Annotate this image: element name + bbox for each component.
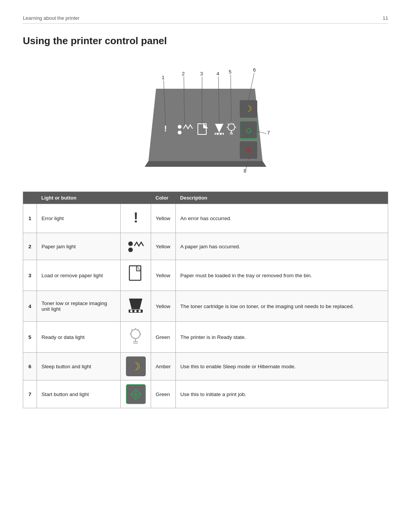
table-row-description: The toner cartridge is low on toner, or … [175,291,388,322]
table-row-color: Yellow [151,291,176,322]
svg-point-52 [134,310,137,312]
header-bar: Learning about the printer 11 [23,15,388,24]
table-row-name: Paper jam light [37,233,121,260]
table-row-name: Error light [37,204,121,233]
page-title: Using the printer control panel [23,35,388,47]
table-row-icon [121,322,151,353]
svg-text:7: 7 [267,130,270,136]
col-header-name: Light or button [37,192,121,204]
svg-text:5: 5 [229,69,231,75]
table-row-description: An error has occurred. [175,204,388,233]
page-number: 11 [383,15,388,21]
table-row-num: 4 [23,291,37,322]
svg-point-51 [130,310,132,312]
svg-text:✕: ✕ [245,145,252,155]
table-row-name: Sleep button and light [37,353,121,380]
diagram-wrapper: ! [126,58,285,180]
svg-point-45 [128,241,133,246]
table-row-description: A paper jam has occurred. [175,233,388,260]
table-row-color: Green [151,380,176,408]
table-row-num: 1 [23,204,37,233]
table-row-icon [121,260,151,291]
svg-marker-48 [137,266,141,271]
table-row-color: Yellow [151,260,176,291]
svg-point-46 [128,248,133,252]
table-row-num: 3 [23,260,37,291]
col-header-num [23,192,37,204]
table-row-description: Use this to enable Sleep mode or Hiberna… [175,353,388,380]
table-row-name: Toner low or replace imaging unit light [37,291,121,322]
svg-text:⬡: ⬡ [246,128,251,134]
diagram-svg: ! [126,58,285,176]
svg-text:3: 3 [200,71,203,77]
table-row-description: Paper must be loaded in the tray or remo… [175,260,388,291]
svg-text:!: ! [164,124,167,133]
col-header-icon [121,192,151,204]
table-row-num: 6 [23,353,37,380]
page: Learning about the printer 11 Using the … [0,0,411,532]
table-row-num: 5 [23,322,37,353]
col-header-color: Color [151,192,176,204]
svg-marker-49 [129,299,142,309]
table-row-icon [121,291,151,322]
svg-point-9 [215,133,217,135]
table-row-name: Start button and light [37,380,121,408]
table-row-description: The printer is in Ready state. [175,322,388,353]
svg-text:4: 4 [217,71,219,77]
table-row-color: Yellow [151,233,176,260]
svg-point-53 [139,310,141,312]
svg-rect-47 [129,266,141,280]
col-header-desc: Description [175,192,388,204]
svg-text:6: 6 [253,67,256,73]
table-row-icon [121,233,151,260]
table-row-name: Load or remove paper light [37,260,121,291]
svg-marker-1 [145,161,266,167]
info-table: Light or button Color Description 1Error… [23,192,388,408]
svg-point-3 [178,125,182,129]
table-row-color: Green [151,322,176,353]
svg-point-10 [218,133,220,135]
table-row-icon [121,380,151,408]
table-row-icon: ! [121,204,151,233]
table-row-num: 2 [23,233,37,260]
svg-text:!: ! [134,210,138,225]
svg-point-11 [221,133,223,135]
svg-point-54 [131,329,140,339]
svg-text:1: 1 [162,75,164,80]
table-row-color: Amber [151,353,176,380]
table-row-name: Ready or data light [37,322,121,353]
table-row-num: 7 [23,380,37,408]
svg-text:☽: ☽ [245,104,252,113]
table-row-description: Use this to initiate a print job. [175,380,388,408]
svg-line-60 [131,329,132,331]
table-row-color: Yellow [151,204,176,233]
header-left: Learning about the printer [23,15,80,21]
svg-point-4 [178,131,182,134]
diagram-container: ! [23,58,388,180]
svg-text:2: 2 [182,71,185,77]
table-row-icon: ☽ [121,353,151,380]
